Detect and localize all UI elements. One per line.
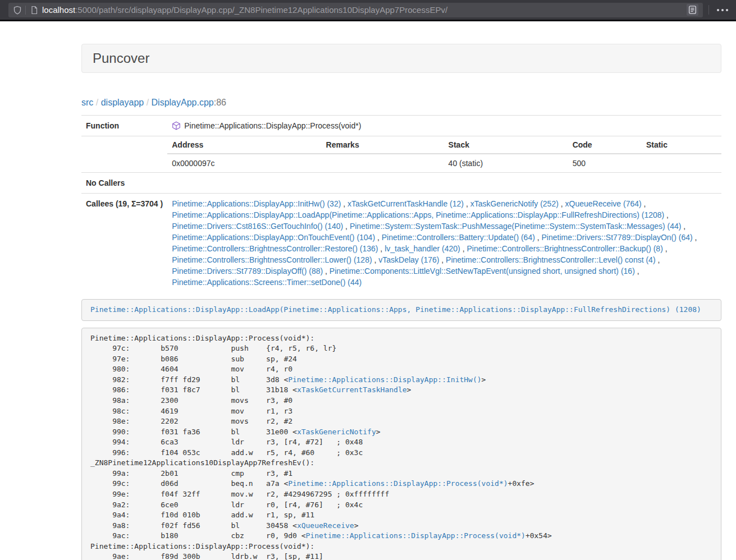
stack-value: 40 (static) [444,154,568,172]
column-header-remarks: Remarks [322,136,444,154]
function-row-label: Function [81,116,167,136]
stats-header-row: Address Remarks Stack Code Static [167,136,721,154]
disassembly-symbol-link[interactable]: xTaskGetCurrentTaskHandle [297,385,407,394]
url-path: :5000/path/src/displayapp/DisplayApp.cpp… [75,5,447,15]
column-header-static: Static [642,136,721,154]
package-cube-icon [172,121,181,130]
breadcrumb-line-number: :86 [214,98,226,107]
main-content: Puncover src / displayapp / DisplayApp.c… [81,44,721,560]
callee-link[interactable]: Pinetime::Controllers::BrightnessControl… [467,244,662,253]
page-title: Puncover [81,44,721,73]
disassembly-symbol-link[interactable]: Pinetime::Applications::DisplayApp::Proc… [306,531,525,540]
function-row: Function Pinetime::Applications::Display… [81,116,721,136]
breadcrumb-separator: / [147,98,149,107]
browser-toolbar: localhost:5000/path/src/displayapp/Displ… [0,0,736,20]
remarks-value [322,154,444,172]
function-name: Pinetime::Applications::DisplayApp::Proc… [184,121,361,130]
address-value: 0x0000097c [167,154,321,172]
disassembly-symbol-link[interactable]: xTaskGenericNotify [297,428,376,436]
static-value [642,154,721,172]
page-favicon-icon [30,6,38,15]
toolbar-divider [708,5,709,15]
function-stats-table: Address Remarks Stack Code Static 0x0000… [167,136,721,172]
breadcrumb-displayapp-link[interactable]: displayapp [101,98,144,107]
breadcrumb-src-link[interactable]: src [81,98,93,107]
no-callers-label: No Callers [81,173,167,194]
callee-link[interactable]: Pinetime::Controllers::BrightnessControl… [172,244,378,253]
callee-link[interactable]: Pinetime::Controllers::BrightnessControl… [172,255,372,264]
browser-menu-button[interactable] [715,6,730,15]
callee-link[interactable]: Pinetime::Drivers::Cst816S::GetTouchInfo… [172,222,343,231]
column-header-code: Code [568,136,642,154]
callee-link[interactable]: Pinetime::Components::LittleVgl::SetNewT… [330,267,635,276]
url-bar[interactable]: localhost:5000/path/src/displayapp/Displ… [8,3,703,17]
url-text[interactable]: localhost:5000/path/src/displayapp/Displ… [42,5,687,15]
disassembly-pre: Pinetime::Applications::DisplayApp::Proc… [81,328,721,560]
highlighted-callee-box: Pinetime::Applications::DisplayApp::Load… [81,299,721,321]
callees-list: Pinetime::Applications::DisplayApp::Init… [167,194,721,293]
breadcrumb-file-link[interactable]: DisplayApp.cpp [152,98,214,107]
function-name-cell: Pinetime::Applications::DisplayApp::Proc… [167,116,721,136]
callee-link[interactable]: Pinetime::Applications::DisplayApp::OnTo… [172,233,375,242]
callees-row: Callees (19, Σ=3704 ) Pinetime::Applicat… [81,194,721,293]
disassembly-symbol-link[interactable]: xQueueReceive [297,521,354,530]
callee-link[interactable]: Pinetime::Controllers::Battery::Update()… [382,233,535,242]
highlighted-callee-link[interactable]: Pinetime::Applications::DisplayApp::Load… [90,305,701,314]
callee-link[interactable]: Pinetime::Controllers::BrightnessControl… [446,255,655,264]
code-value: 500 [568,154,642,172]
no-callers-row: No Callers [81,173,721,194]
callee-link[interactable]: lv_task_handler (420) [385,244,460,253]
breadcrumb: src / displayapp / DisplayApp.cpp:86 [81,98,721,108]
disassembly-symbol-link[interactable]: Pinetime::Applications::DisplayApp::Init… [288,375,481,384]
urlbar-divider [25,6,26,15]
callee-link[interactable]: xTaskGenericNotify (252) [470,199,559,208]
callee-link[interactable]: Pinetime::Applications::DisplayApp::Init… [172,199,341,208]
window-edge [0,20,736,21]
stats-value-row: 0x0000097c 40 (static) 500 [167,154,721,172]
callees-label: Callees (19, Σ=3704 ) [81,194,167,293]
column-header-address: Address [167,136,321,154]
column-header-stack: Stack [444,136,568,154]
callee-link[interactable]: Pinetime::Drivers::St7789::DisplayOff() … [172,267,323,276]
callee-link[interactable]: xTaskGetCurrentTaskHandle (12) [348,199,464,208]
callee-link[interactable]: xQueueReceive (764) [565,199,642,208]
breadcrumb-separator: / [96,98,98,107]
reader-mode-icon[interactable] [687,4,698,16]
callee-link[interactable]: Pinetime::Applications::DisplayApp::Load… [172,210,664,219]
shield-icon[interactable] [13,6,22,15]
function-info-table: Function Pinetime::Applications::Display… [81,115,721,292]
callee-link[interactable]: vTaskDelay (176) [378,255,439,264]
url-host: localhost [42,5,75,15]
callee-link[interactable]: Pinetime::Applications::Screens::Timer::… [172,278,362,287]
callee-link[interactable]: Pinetime::System::SystemTask::PushMessag… [350,222,682,231]
disassembly-symbol-link[interactable]: Pinetime::Applications::DisplayApp::Proc… [288,479,508,488]
stats-row: Address Remarks Stack Code Static 0x0000… [81,136,721,173]
callee-link[interactable]: Pinetime::Drivers::St7789::DisplayOn() (… [542,233,693,242]
